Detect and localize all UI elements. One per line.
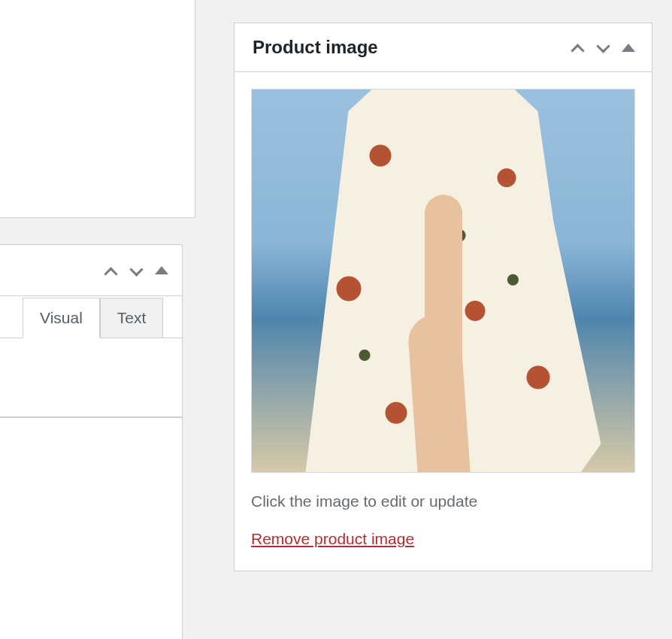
toggle-panel-icon[interactable] [155, 266, 168, 274]
left-metabox-top [0, 0, 195, 218]
toggle-panel-icon[interactable] [622, 44, 635, 52]
editor-tabs: Visual Text [0, 297, 182, 338]
product-image-header[interactable]: Product image [235, 23, 652, 72]
left-metabox-middle-header [0, 245, 182, 296]
product-image-thumbnail[interactable] [251, 89, 635, 473]
move-up-icon[interactable] [571, 40, 586, 55]
move-down-icon[interactable] [129, 263, 144, 278]
tab-visual[interactable]: Visual [23, 298, 100, 338]
tab-text[interactable]: Text [100, 298, 164, 338]
dress-illustration-arm [425, 195, 462, 383]
remove-product-image-link[interactable]: Remove product image [251, 530, 414, 548]
move-up-icon[interactable] [104, 263, 119, 278]
left-metabox-middle: Visual Text [0, 244, 183, 417]
product-image-body: Click the image to edit or update Remove… [235, 72, 652, 571]
panel-title: Product image [253, 37, 378, 58]
panel-header-controls [571, 40, 635, 55]
product-image-metabox: Product image Click the image to edit or… [234, 23, 652, 571]
move-down-icon[interactable] [596, 40, 611, 55]
left-metabox-bottom [0, 417, 183, 639]
edit-image-helper-text: Click the image to edit or update [251, 492, 635, 510]
